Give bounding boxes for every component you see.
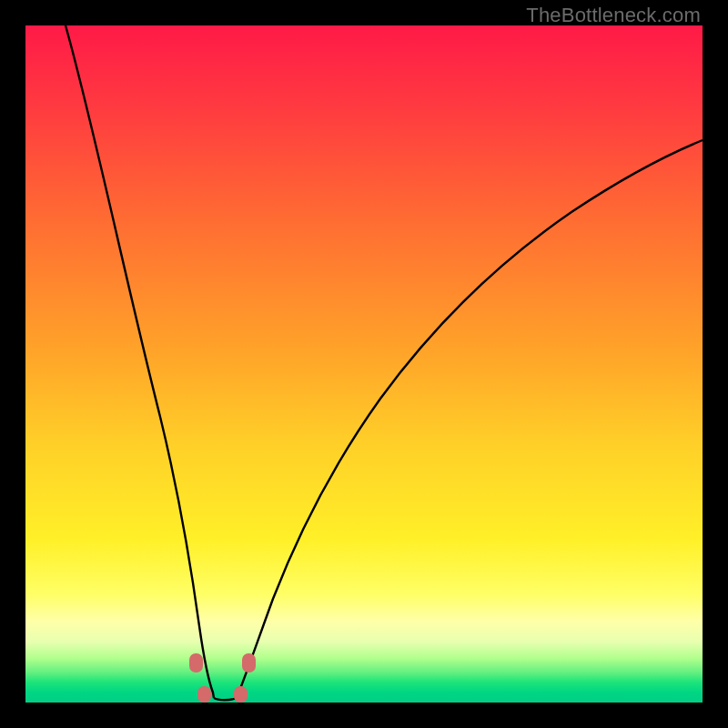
marker-dot (234, 686, 248, 703)
marker-dot (197, 686, 211, 703)
plot-area (25, 25, 703, 703)
curve-path-floor (214, 698, 237, 700)
marker-dot (189, 653, 203, 672)
chart-frame: TheBottleneck.com (0, 0, 728, 728)
curve-path-right (237, 140, 703, 698)
bottleneck-curve (25, 25, 703, 703)
watermark-text: TheBottleneck.com (526, 4, 701, 27)
marker-dot (242, 653, 256, 672)
curve-path-left (66, 25, 214, 698)
